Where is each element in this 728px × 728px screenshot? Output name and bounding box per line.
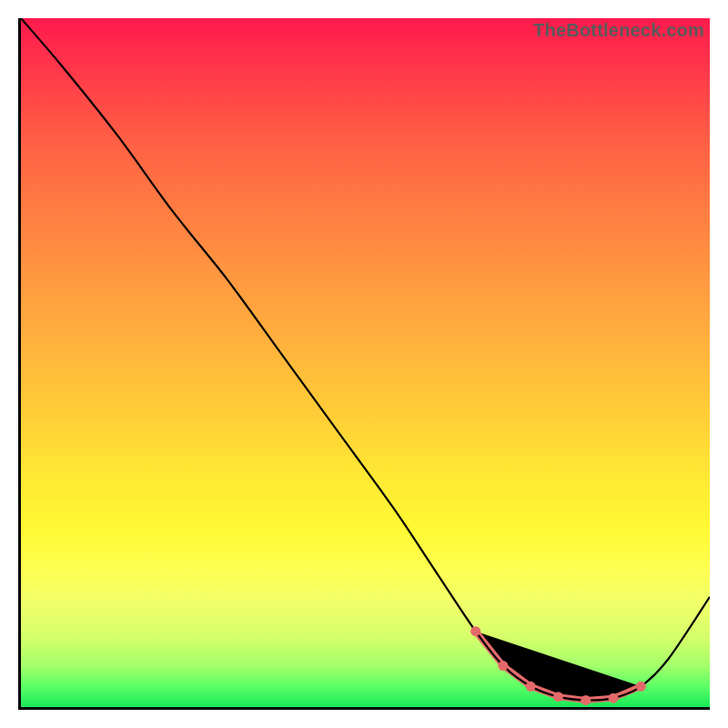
chart-svg bbox=[21, 18, 710, 707]
main-curve bbox=[21, 18, 710, 701]
chart-container: TheBottleneck.com bbox=[0, 0, 728, 728]
highlight-dot bbox=[470, 626, 480, 636]
highlight-dot bbox=[636, 682, 646, 692]
highlight-dot bbox=[553, 692, 563, 702]
highlight-dot bbox=[498, 661, 508, 671]
plot-area: TheBottleneck.com bbox=[18, 18, 710, 710]
highlight-dot bbox=[526, 682, 536, 692]
highlight-dot bbox=[609, 693, 619, 703]
highlight-dot bbox=[581, 695, 591, 705]
